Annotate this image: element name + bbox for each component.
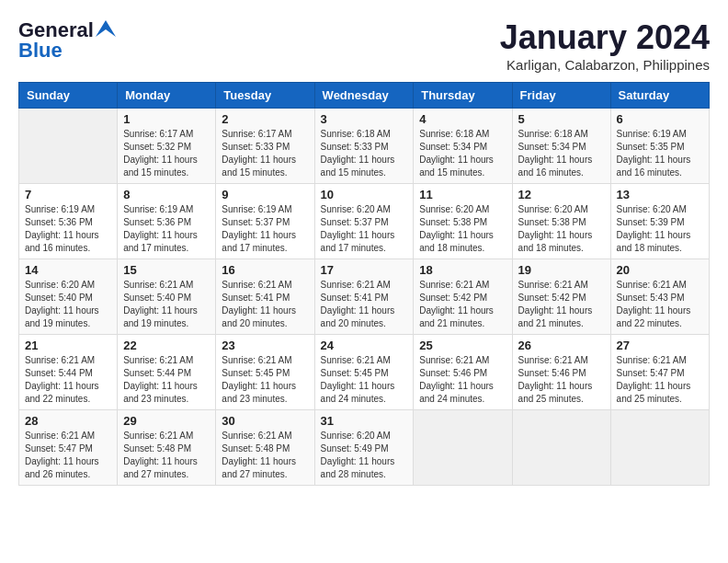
day-info: Sunrise: 6:21 AM Sunset: 5:42 PM Dayligh…: [419, 279, 506, 330]
calendar-table: SundayMondayTuesdayWednesdayThursdayFrid…: [18, 82, 710, 486]
day-info: Sunrise: 6:20 AM Sunset: 5:40 PM Dayligh…: [25, 279, 111, 330]
day-info: Sunrise: 6:21 AM Sunset: 5:43 PM Dayligh…: [617, 279, 703, 330]
day-info: Sunrise: 6:21 AM Sunset: 5:41 PM Dayligh…: [321, 279, 408, 330]
day-number: 26: [518, 339, 605, 352]
day-number: 30: [222, 414, 308, 428]
day-info: Sunrise: 6:19 AM Sunset: 5:35 PM Dayligh…: [617, 128, 703, 179]
calendar-cell: 19Sunrise: 6:21 AM Sunset: 5:42 PM Dayli…: [512, 259, 610, 335]
day-info: Sunrise: 6:19 AM Sunset: 5:36 PM Dayligh…: [25, 203, 111, 255]
calendar-cell: 3Sunrise: 6:18 AM Sunset: 5:33 PM Daylig…: [314, 109, 414, 184]
day-info: Sunrise: 6:18 AM Sunset: 5:33 PM Dayligh…: [321, 128, 408, 179]
day-info: Sunrise: 6:21 AM Sunset: 5:44 PM Dayligh…: [123, 354, 210, 406]
calendar-cell: 5Sunrise: 6:18 AM Sunset: 5:34 PM Daylig…: [512, 109, 610, 184]
calendar-cell: 13Sunrise: 6:20 AM Sunset: 5:39 PM Dayli…: [610, 184, 709, 259]
day-number: 23: [222, 339, 308, 352]
day-info: Sunrise: 6:17 AM Sunset: 5:32 PM Dayligh…: [123, 128, 210, 179]
day-number: 18: [419, 263, 506, 277]
weekday-header-saturday: Saturday: [610, 83, 709, 109]
calendar-cell: 27Sunrise: 6:21 AM Sunset: 5:47 PM Dayli…: [610, 335, 709, 410]
day-number: 21: [25, 339, 111, 352]
calendar-cell: 6Sunrise: 6:19 AM Sunset: 5:35 PM Daylig…: [610, 109, 709, 184]
day-number: 22: [123, 339, 210, 352]
weekday-header-friday: Friday: [512, 83, 610, 109]
day-info: Sunrise: 6:19 AM Sunset: 5:36 PM Dayligh…: [123, 203, 210, 255]
day-number: 25: [419, 339, 506, 352]
logo-blue: Blue: [18, 39, 63, 63]
calendar-cell: 8Sunrise: 6:19 AM Sunset: 5:36 PM Daylig…: [118, 184, 216, 259]
day-info: Sunrise: 6:21 AM Sunset: 5:46 PM Dayligh…: [518, 354, 605, 406]
weekday-header-tuesday: Tuesday: [216, 83, 314, 109]
day-number: 29: [123, 414, 210, 428]
day-number: 19: [518, 263, 605, 277]
calendar-cell: 28Sunrise: 6:21 AM Sunset: 5:47 PM Dayli…: [19, 410, 118, 486]
calendar-cell: [512, 410, 610, 486]
week-row-3: 14Sunrise: 6:20 AM Sunset: 5:40 PM Dayli…: [19, 259, 710, 335]
calendar-cell: [414, 410, 512, 486]
day-info: Sunrise: 6:20 AM Sunset: 5:37 PM Dayligh…: [321, 203, 408, 255]
day-info: Sunrise: 6:21 AM Sunset: 5:47 PM Dayligh…: [617, 354, 703, 406]
calendar-cell: 31Sunrise: 6:20 AM Sunset: 5:49 PM Dayli…: [314, 410, 414, 486]
calendar-cell: 26Sunrise: 6:21 AM Sunset: 5:46 PM Dayli…: [512, 335, 610, 410]
logo: General Blue: [18, 18, 116, 63]
day-info: Sunrise: 6:21 AM Sunset: 5:44 PM Dayligh…: [25, 354, 111, 406]
calendar-cell: 17Sunrise: 6:21 AM Sunset: 5:41 PM Dayli…: [314, 259, 414, 335]
day-number: 13: [617, 188, 703, 201]
calendar-cell: 9Sunrise: 6:19 AM Sunset: 5:37 PM Daylig…: [216, 184, 314, 259]
calendar-cell: 21Sunrise: 6:21 AM Sunset: 5:44 PM Dayli…: [19, 335, 118, 410]
weekday-header-wednesday: Wednesday: [314, 83, 414, 109]
day-number: 6: [617, 112, 703, 126]
calendar-cell: 15Sunrise: 6:21 AM Sunset: 5:40 PM Dayli…: [118, 259, 216, 335]
calendar-cell: 12Sunrise: 6:20 AM Sunset: 5:38 PM Dayli…: [512, 184, 610, 259]
calendar-cell: 14Sunrise: 6:20 AM Sunset: 5:40 PM Dayli…: [19, 259, 118, 335]
day-number: 16: [222, 263, 308, 277]
day-info: Sunrise: 6:18 AM Sunset: 5:34 PM Dayligh…: [419, 128, 506, 179]
day-info: Sunrise: 6:21 AM Sunset: 5:45 PM Dayligh…: [222, 354, 308, 406]
day-number: 7: [25, 188, 111, 201]
day-number: 28: [25, 414, 111, 428]
logo-bird-icon: [96, 20, 116, 37]
day-info: Sunrise: 6:20 AM Sunset: 5:39 PM Dayligh…: [617, 203, 703, 255]
day-info: Sunrise: 6:21 AM Sunset: 5:40 PM Dayligh…: [123, 279, 210, 330]
weekday-header-monday: Monday: [118, 83, 216, 109]
day-info: Sunrise: 6:21 AM Sunset: 5:48 PM Dayligh…: [222, 430, 308, 481]
page-header: General Blue January 2024 Karligan, Cala…: [18, 18, 710, 73]
week-row-1: 1Sunrise: 6:17 AM Sunset: 5:32 PM Daylig…: [19, 109, 710, 184]
calendar-cell: 18Sunrise: 6:21 AM Sunset: 5:42 PM Dayli…: [414, 259, 512, 335]
day-info: Sunrise: 6:17 AM Sunset: 5:33 PM Dayligh…: [222, 128, 308, 179]
weekday-header-sunday: Sunday: [19, 83, 118, 109]
month-title: January 2024: [500, 18, 710, 57]
calendar-cell: 10Sunrise: 6:20 AM Sunset: 5:37 PM Dayli…: [314, 184, 414, 259]
day-number: 12: [518, 188, 605, 201]
day-number: 8: [123, 188, 210, 201]
day-number: 2: [222, 112, 308, 126]
day-number: 15: [123, 263, 210, 277]
calendar-cell: 7Sunrise: 6:19 AM Sunset: 5:36 PM Daylig…: [19, 184, 118, 259]
calendar-cell: 4Sunrise: 6:18 AM Sunset: 5:34 PM Daylig…: [414, 109, 512, 184]
day-info: Sunrise: 6:21 AM Sunset: 5:42 PM Dayligh…: [518, 279, 605, 330]
calendar-cell: 2Sunrise: 6:17 AM Sunset: 5:33 PM Daylig…: [216, 109, 314, 184]
calendar-cell: 25Sunrise: 6:21 AM Sunset: 5:46 PM Dayli…: [414, 335, 512, 410]
calendar-cell: 11Sunrise: 6:20 AM Sunset: 5:38 PM Dayli…: [414, 184, 512, 259]
day-info: Sunrise: 6:21 AM Sunset: 5:41 PM Dayligh…: [222, 279, 308, 330]
calendar-cell: 22Sunrise: 6:21 AM Sunset: 5:44 PM Dayli…: [118, 335, 216, 410]
day-number: 4: [419, 112, 506, 126]
day-number: 3: [321, 112, 408, 126]
calendar-cell: 30Sunrise: 6:21 AM Sunset: 5:48 PM Dayli…: [216, 410, 314, 486]
day-number: 17: [321, 263, 408, 277]
calendar-cell: [19, 109, 118, 184]
day-number: 5: [518, 112, 605, 126]
day-info: Sunrise: 6:21 AM Sunset: 5:47 PM Dayligh…: [25, 430, 111, 481]
day-info: Sunrise: 6:19 AM Sunset: 5:37 PM Dayligh…: [222, 203, 308, 255]
day-info: Sunrise: 6:21 AM Sunset: 5:46 PM Dayligh…: [419, 354, 506, 406]
day-number: 20: [617, 263, 703, 277]
weekday-header-thursday: Thursday: [414, 83, 512, 109]
title-section: January 2024 Karligan, Calabarzon, Phili…: [500, 18, 710, 73]
week-row-2: 7Sunrise: 6:19 AM Sunset: 5:36 PM Daylig…: [19, 184, 710, 259]
calendar-cell: 20Sunrise: 6:21 AM Sunset: 5:43 PM Dayli…: [610, 259, 709, 335]
day-number: 10: [321, 188, 408, 201]
day-info: Sunrise: 6:20 AM Sunset: 5:38 PM Dayligh…: [419, 203, 506, 255]
calendar-cell: 23Sunrise: 6:21 AM Sunset: 5:45 PM Dayli…: [216, 335, 314, 410]
day-info: Sunrise: 6:18 AM Sunset: 5:34 PM Dayligh…: [518, 128, 605, 179]
day-number: 9: [222, 188, 308, 201]
day-number: 1: [123, 112, 210, 126]
